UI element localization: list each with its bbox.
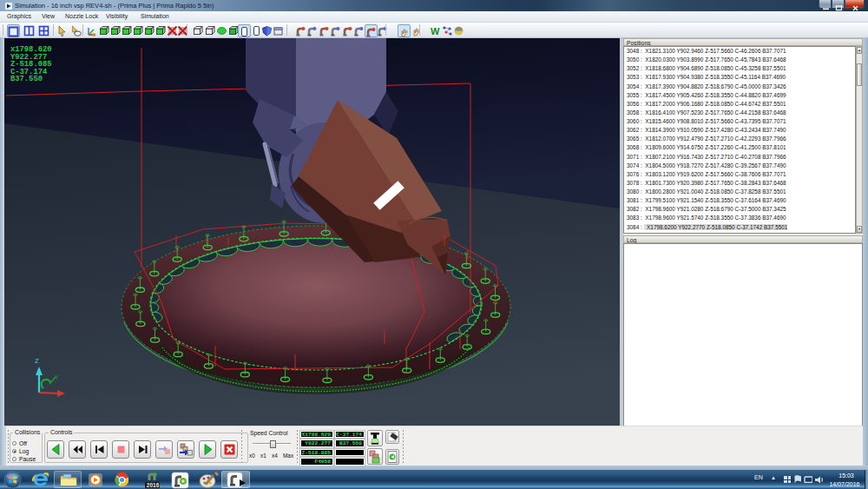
svg-text:2016: 2016 — [147, 482, 160, 488]
svg-text:W: W — [431, 26, 440, 36]
svg-text:Z: Z — [35, 357, 39, 365]
svg-text:B37.550: B37.550 — [10, 75, 43, 83]
